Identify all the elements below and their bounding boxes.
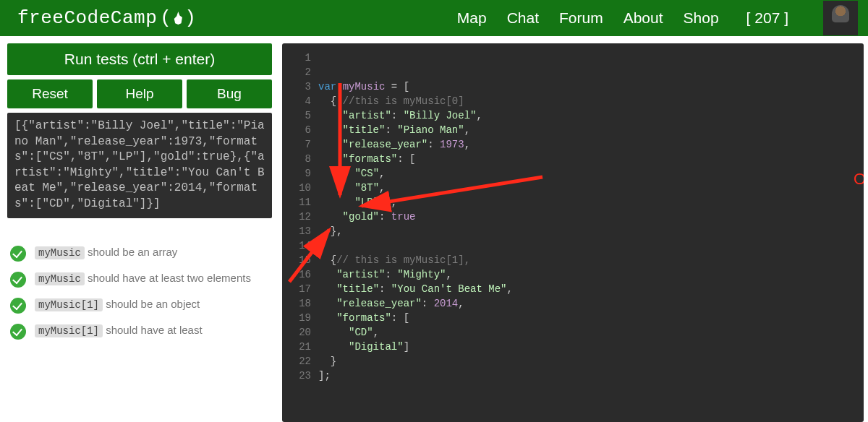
button-row: Reset Help Bug — [7, 79, 272, 108]
nav-about[interactable]: About — [624, 9, 663, 27]
brand-logo[interactable]: freeCodeCamp () — [17, 7, 196, 29]
code-tag: myMusic[1] — [35, 298, 103, 311]
help-button[interactable]: Help — [97, 79, 182, 108]
points-badge[interactable]: [ 207 ] — [746, 9, 788, 27]
nav: Map Chat Forum About Shop [ 207 ] — [457, 1, 858, 35]
header: freeCodeCamp () Map Chat Forum About Sho… — [0, 0, 868, 36]
nav-shop[interactable]: Shop — [684, 9, 719, 27]
bug-button[interactable]: Bug — [187, 79, 272, 108]
line-gutter: 1 2 3 4 5 6 7 8 9 10 11 12 13 14 15 16 1… — [282, 51, 318, 415]
nav-map[interactable]: Map — [457, 9, 487, 27]
run-tests-button[interactable]: Run tests (ctrl + enter) — [7, 43, 272, 75]
check-icon — [10, 298, 26, 314]
code-tag: myMusic[1] — [35, 324, 103, 337]
test-text: myMusic[1] should be an object — [35, 296, 200, 313]
nav-chat[interactable]: Chat — [507, 9, 539, 27]
check-icon — [10, 246, 26, 262]
code-editor[interactable]: 1 2 3 4 5 6 7 8 9 10 11 12 13 14 15 16 1… — [282, 43, 864, 422]
brand-paren: () — [160, 7, 196, 29]
left-panel: Run tests (ctrl + enter) Reset Help Bug … — [7, 43, 272, 422]
nav-forum[interactable]: Forum — [559, 9, 603, 27]
avatar[interactable] — [823, 1, 858, 35]
test-text: myMusic[1] should have at least — [35, 322, 203, 339]
test-row: myMusic should be an array — [7, 244, 272, 262]
tests-list: myMusic should be an array myMusic shoul… — [7, 244, 272, 340]
code-tag: myMusic — [35, 272, 85, 285]
test-row: myMusic[1] should be an object — [7, 296, 272, 314]
code-content: var myMusic = [ { //this is myMusic[0] "… — [318, 51, 513, 415]
test-text: myMusic should be an array — [35, 244, 177, 261]
test-text: myMusic should have at least two element… — [35, 270, 251, 287]
check-icon — [10, 324, 26, 340]
annotation-text: ONE FREAKIN COMMA!!! — [854, 170, 864, 189]
code-tag: myMusic — [35, 246, 85, 259]
check-icon — [10, 272, 26, 288]
test-row: myMusic[1] should have at least — [7, 322, 272, 340]
output-box: [{"artist":"Billy Joel","title":"Piano M… — [7, 113, 272, 218]
flame-icon — [173, 12, 183, 25]
layout: Run tests (ctrl + enter) Reset Help Bug … — [0, 36, 868, 422]
reset-button[interactable]: Reset — [7, 79, 93, 108]
test-row: myMusic should have at least two element… — [7, 270, 272, 288]
brand-text: freeCodeCamp — [17, 7, 157, 29]
